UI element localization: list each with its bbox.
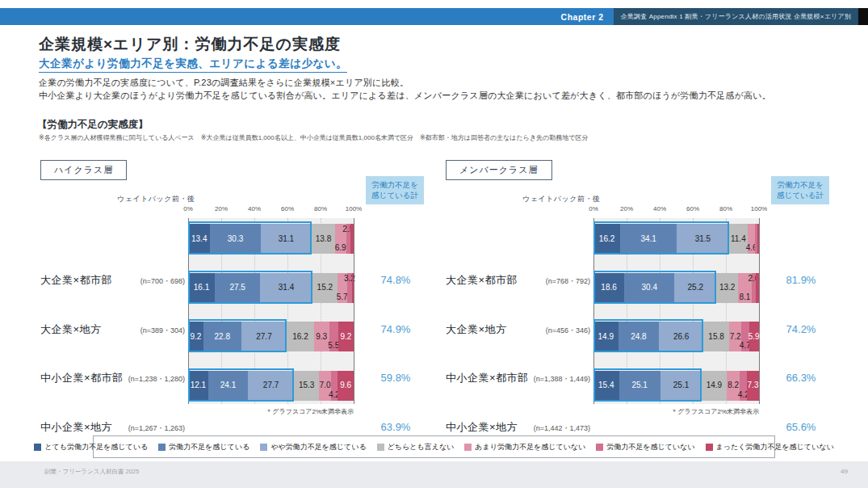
bar-segment: 15.4 [593, 371, 619, 401]
axis-tick: 100% [346, 205, 362, 212]
class-label-box: メンバークラス層 [446, 160, 552, 180]
plot-area: 0%20%40%60%80%100%13.430.331.113.86.92.5… [188, 202, 354, 406]
bar-segment: 22.8 [203, 322, 241, 351]
bar-value-label: 9.2 [190, 333, 201, 341]
bar-segment: 9.2 [338, 322, 354, 351]
bar-value-label: 16.2 [292, 333, 308, 341]
axis-tick: 80% [719, 205, 732, 212]
legend-item: とても労働力不足を感じている [34, 442, 148, 452]
bar-segment [352, 273, 354, 303]
bar-segment: 4.2 [740, 371, 747, 401]
bar-segment: 16.1 [188, 273, 215, 303]
chapter-label: Chapter 2 [561, 8, 604, 25]
stacked-bar: 14.924.826.615.87.24.75.9 [593, 322, 759, 351]
bar-segment: 13.8 [312, 224, 334, 254]
total-header-line: 労働力不足を [777, 180, 823, 189]
axis-tick: 40% [653, 205, 666, 212]
bar-segment: 15.2 [312, 273, 338, 303]
axis-line [759, 218, 760, 404]
total-value: 74.2% [774, 323, 828, 335]
bar-segment: 4.2 [331, 371, 338, 401]
bar-value-label: 22.8 [214, 333, 229, 341]
bar-segment: 13.4 [188, 224, 210, 254]
bar-segment: 14.9 [593, 322, 619, 351]
page-title: 企業規模×エリア別：労働力不足の実感度 [39, 34, 341, 55]
bar-segment: 34.1 [620, 224, 677, 254]
axis-line [354, 218, 354, 404]
sample-size: (n=389・304) [115, 326, 185, 336]
legend-item: 労働力不足を感じている [158, 442, 249, 452]
bar-value-label: 25.1 [631, 381, 647, 389]
bar-value-label: 16.1 [194, 284, 209, 292]
legend-swatch [260, 444, 267, 451]
row-label: 大企業×地方 [446, 322, 507, 337]
legend-item: 労働力不足を感じていない [596, 442, 694, 452]
bar-segment [756, 273, 759, 303]
bar-value-label: 31.1 [279, 235, 294, 243]
total-value: 59.8% [369, 372, 422, 384]
axis-tick: 40% [248, 205, 261, 212]
stacked-bar: 9.222.827.716.29.35.59.2 [188, 322, 354, 351]
sample-size: (n=1,442・1,473) [521, 423, 590, 434]
bar-segment: 24.8 [619, 322, 660, 351]
weightback-label: ウェイトバック前・後 [522, 194, 600, 204]
total-header-line: 労働力不足を [371, 180, 417, 189]
legend-label: あまり労働力不足を感じていない [475, 442, 585, 452]
bar-segment: 7.3 [747, 371, 759, 401]
bar-value-label: 24.8 [631, 333, 646, 341]
section-note: ※各クラス層の人材獲得業務に関与している人ベース ※大企業は従業員数1,000名… [39, 133, 588, 142]
breadcrumb: 企業調査 Appendix 1 副業・フリーランス人材の活用状況 企業規模×エリ… [614, 8, 858, 25]
bar-segment: 15.8 [703, 322, 729, 351]
bar-segment: 24.1 [208, 371, 248, 401]
total-value: 66.3% [774, 372, 828, 384]
bar-value-label: 9.3 [316, 333, 327, 341]
legend-swatch [377, 444, 384, 451]
bar-value-label: 7.2 [730, 333, 741, 341]
row-label: 大企業×都市部 [40, 273, 112, 288]
sample-size: (n=768・792) [521, 276, 590, 287]
legend-item: やや労働力不足を感じている [260, 442, 366, 452]
bar-value-label: 15.4 [598, 381, 614, 389]
row-label: 中小企業×都市部 [446, 371, 529, 385]
row-label: 大企業×都市部 [446, 273, 518, 288]
total-value: 81.9% [774, 274, 828, 286]
bar-segment: 5.9 [749, 322, 759, 351]
legend-item: あまり労働力不足を感じていない [464, 442, 585, 452]
body-text-line: 企業の労働力不足の実感度について、P.23の調査結果をさらに企業規模×エリア別に… [39, 77, 409, 89]
bar-segment: 18.6 [593, 273, 624, 303]
bar-value-label: 15.8 [708, 333, 723, 341]
weightback-label: ウェイトバック前・後 [117, 194, 195, 204]
bar-value-label: 6.9 [335, 244, 346, 252]
document-title-footer: 副業・フリーランス人材白書 2025 [44, 468, 139, 476]
legend-item: どちらとも言えない [377, 442, 455, 452]
row-label: 中小企業×都市部 [40, 371, 124, 385]
bar-segment: 9.6 [338, 371, 354, 401]
bar-segment: 30.3 [210, 224, 260, 254]
bar-end-cap [858, 8, 868, 25]
section-heading: 【労働力不足の実感度】 [37, 118, 149, 132]
bar-segment: 15.3 [294, 371, 319, 401]
axis-tick: 0% [183, 205, 193, 212]
bar-segment: 11.4 [729, 224, 748, 254]
bar-value-label: 25.2 [688, 284, 703, 292]
legend-label: 労働力不足を感じていない [606, 442, 694, 452]
axis-tick: 80% [314, 205, 327, 212]
bar-segment: 13.2 [716, 273, 738, 303]
stacked-bar: 12.124.127.715.37.04.29.6 [188, 371, 354, 401]
bar-value-label: 9.6 [340, 381, 351, 389]
body-text-line: 中小企業より大企業のほうがより労働力不足を感じている割合が高い。エリアによる差は… [39, 90, 771, 102]
sample-size: (n=1,238・1,280) [115, 374, 185, 385]
row-label: 中小企業×地方 [40, 420, 112, 435]
plot-area: 0%20%40%60%80%100%16.234.131.511.44.618.… [593, 202, 759, 406]
stacked-bar: 13.430.331.113.86.92.5 [188, 224, 354, 254]
legend-label: 労働力不足を感じている [169, 442, 249, 452]
row-label: 中小企業×地方 [446, 420, 518, 435]
bar-value-label: 16.2 [599, 235, 614, 243]
axis-tick: 20% [620, 205, 633, 212]
bar-value-label: 8.2 [728, 381, 739, 389]
bar-value-label: 34.1 [640, 235, 656, 243]
chart-note: ＊グラフスコア2%未満非表示 [188, 407, 354, 416]
bar-value-label: 15.3 [299, 381, 314, 389]
sample-size: (n=1,267・1,263) [115, 423, 185, 434]
axis-tick: 100% [751, 205, 767, 212]
